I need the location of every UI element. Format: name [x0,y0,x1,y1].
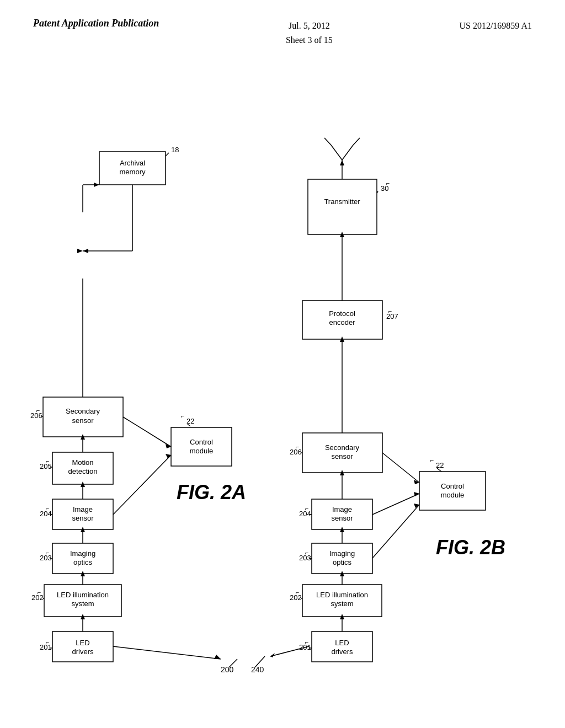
svg-text:LED illumination: LED illumination [316,591,368,599]
svg-marker-61 [94,183,99,187]
svg-line-138 [382,453,419,483]
svg-text:Secondary: Secondary [325,444,360,452]
svg-text:LED: LED [76,639,89,647]
svg-marker-112 [340,160,344,165]
svg-text:memory: memory [120,168,146,176]
svg-text:⌐: ⌐ [36,407,40,414]
svg-text:⌐: ⌐ [305,549,308,556]
svg-text:drivers: drivers [331,648,353,656]
svg-text:Imaging: Imaging [70,550,95,558]
svg-text:Secondary: Secondary [66,408,100,416]
publication-title: Patent Application Publication [33,17,159,30]
svg-text:system: system [331,600,353,608]
patent-number: US 2012/169859 A1 [459,17,532,33]
svg-text:drivers: drivers [72,648,94,656]
svg-text:⌐: ⌐ [386,180,390,186]
svg-text:system: system [71,600,94,608]
svg-marker-147 [214,655,221,659]
svg-text:⌐: ⌐ [46,549,49,556]
svg-text:200: 200 [221,665,234,674]
svg-text:FIG. 2B: FIG. 2B [436,536,505,559]
svg-text:encoder: encoder [329,319,356,327]
svg-text:detection: detection [68,468,98,476]
svg-line-115 [324,138,331,145]
svg-text:sensor: sensor [331,453,353,461]
publication-date: Jul. 5, 2012 [289,21,330,30]
svg-text:sensor: sensor [331,515,353,523]
svg-marker-64 [77,249,83,253]
svg-text:LED: LED [335,639,349,647]
svg-text:FIG. 2A: FIG. 2A [177,481,246,504]
page-header: Patent Application Publication Jul. 5, 2… [0,0,565,47]
svg-text:optics: optics [333,559,351,567]
svg-text:optics: optics [73,559,92,567]
svg-text:18: 18 [171,146,179,154]
svg-text:Archival: Archival [120,159,145,168]
svg-line-68 [113,455,171,515]
svg-text:Transmitter: Transmitter [324,198,360,206]
diagram-area: LED drivers 201 ⌐ LED illumination syste… [0,58,565,728]
svg-text:Image: Image [73,506,93,514]
svg-line-116 [353,138,360,145]
svg-line-113 [331,145,342,160]
svg-text:module: module [441,491,465,500]
svg-line-40 [166,153,169,156]
patent-diagram: LED drivers 201 ⌐ LED illumination syste… [0,58,565,728]
svg-text:LED illumination: LED illumination [57,591,109,599]
svg-text:Imaging: Imaging [329,550,355,558]
svg-text:⌐: ⌐ [46,639,49,645]
svg-text:⌐: ⌐ [296,589,299,596]
svg-text:⌐: ⌐ [46,458,49,464]
svg-marker-65 [83,249,88,253]
svg-text:sensor: sensor [72,515,94,523]
header-center: Jul. 5, 2012 Sheet 3 of 15 [286,17,333,47]
svg-text:⌐: ⌐ [181,413,184,419]
svg-text:sensor: sensor [72,417,94,425]
svg-line-136 [372,494,419,515]
svg-text:⌐: ⌐ [305,505,308,512]
svg-line-146 [113,646,221,659]
svg-line-66 [123,417,171,447]
svg-text:⌐: ⌐ [38,589,41,596]
svg-text:⌐: ⌐ [388,308,392,314]
svg-text:Control: Control [190,438,213,447]
svg-text:240: 240 [251,665,264,674]
svg-text:⌐: ⌐ [430,457,434,463]
svg-line-140 [372,505,419,558]
svg-text:⌐: ⌐ [46,505,49,512]
svg-text:Motion: Motion [72,459,93,467]
svg-text:Image: Image [332,506,352,514]
svg-text:⌐: ⌐ [296,443,299,450]
svg-text:module: module [190,447,214,456]
svg-text:⌐: ⌐ [305,639,308,645]
svg-text:Protocol: Protocol [329,310,355,318]
svg-rect-106 [308,179,377,234]
svg-line-114 [342,145,353,160]
sheet-info: Sheet 3 of 15 [286,35,333,45]
svg-text:Control: Control [441,483,464,491]
